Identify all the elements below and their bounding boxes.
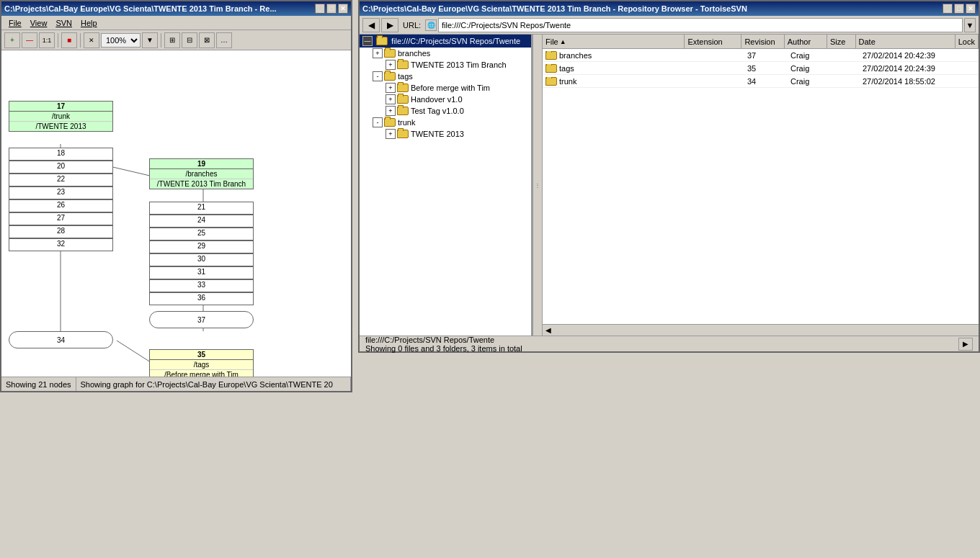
node-26[interactable]: 26: [9, 199, 113, 212]
menu-svn[interactable]: SVN: [51, 18, 76, 28]
node-18[interactable]: 18: [9, 148, 113, 161]
more-button[interactable]: …: [216, 32, 232, 48]
right-titlebar-controls: _ □ ✕: [943, 4, 976, 14]
file-panel: File ▲ Extension Revision Author Size Da…: [543, 35, 979, 336]
url-input[interactable]: [438, 18, 963, 32]
right-title: C:\Projects\Cal-Bay Europe\VG Scienta\TW…: [362, 4, 747, 13]
col-lock[interactable]: Lock: [956, 35, 979, 48]
col-revision[interactable]: Revision: [741, 35, 784, 48]
node-33[interactable]: 33: [149, 279, 254, 292]
cell-file-branches: branches: [543, 51, 687, 60]
before-merge-toggle[interactable]: +: [386, 83, 396, 93]
cell-date-branches: 27/02/2014 20:42:39: [860, 51, 961, 60]
col-size-label: Size: [830, 37, 845, 46]
diff-button[interactable]: ✕: [84, 32, 99, 48]
forward-button[interactable]: ▶: [381, 18, 398, 32]
col-author[interactable]: Author: [785, 35, 827, 48]
twente2013-label: TWENTE 2013: [411, 130, 464, 138]
node-36[interactable]: 36: [149, 292, 254, 305]
icon-btn2[interactable]: ⊟: [182, 32, 197, 48]
tree-item-tags[interactable]: - tags: [360, 71, 531, 82]
tree-root-minus[interactable]: —: [362, 36, 373, 46]
node-37-ellipse[interactable]: 37: [149, 311, 254, 328]
close-button[interactable]: ✕: [338, 4, 348, 14]
before-merge-label: Before merge with Tim: [411, 84, 490, 92]
cell-rev-trunk: 34: [744, 77, 788, 86]
tree-item-twente-tim[interactable]: + TWENTE 2013 Tim Branch: [360, 59, 531, 71]
add-button[interactable]: +: [4, 32, 20, 48]
node-34[interactable]: 34: [9, 331, 113, 348]
tree-item-branches[interactable]: + branches: [360, 48, 531, 59]
panel-divider[interactable]: ⋮: [533, 35, 543, 336]
node-27[interactable]: 27: [9, 212, 113, 225]
maximize-button[interactable]: □: [326, 4, 337, 14]
node-23[interactable]: 23: [9, 186, 113, 199]
node-35[interactable]: 35 /tags /Before merge with Tim: [149, 349, 254, 377]
menu-view[interactable]: View: [26, 18, 52, 28]
zoom-dropdown-btn[interactable]: ▼: [142, 32, 158, 48]
right-close-button[interactable]: ✕: [966, 4, 976, 14]
cell-date-trunk: 27/02/2014 18:55:02: [860, 77, 961, 86]
back-button[interactable]: ◀: [362, 18, 380, 32]
menu-file[interactable]: File: [4, 18, 26, 28]
col-date[interactable]: Date: [856, 35, 956, 48]
hscroll-bar: ◀: [543, 324, 979, 336]
right-minimize-button[interactable]: _: [943, 4, 953, 14]
node-19-branch: /TWENTE 2013 Tim Branch: [150, 179, 253, 189]
node-30[interactable]: 30: [149, 253, 254, 266]
col-extension-label: Extension: [687, 37, 722, 46]
node-19[interactable]: 19 /branches /TWENTE 2013 Tim Branch: [149, 158, 254, 189]
node-29[interactable]: 29: [149, 240, 254, 253]
scroll-left-arrow[interactable]: ◀: [543, 325, 554, 336]
node-25[interactable]: 25: [149, 228, 254, 240]
left-toolbar: + — 1:1 ■ ✕ 100% 75% 50% 150% ▼ ⊞ ⊟ ⊠ …: [1, 30, 351, 50]
node-32[interactable]: 32: [9, 238, 113, 251]
tree-item-handover[interactable]: + Handover v1.0: [360, 94, 531, 105]
node-22[interactable]: 22: [9, 174, 113, 186]
trunk-toggle[interactable]: -: [373, 117, 383, 127]
node-20[interactable]: 20: [9, 161, 113, 174]
node-17[interactable]: 17 /trunk /TWENTE 2013: [9, 101, 113, 132]
tree-item-trunk[interactable]: - trunk: [360, 117, 531, 128]
node-28[interactable]: 28: [9, 225, 113, 238]
minimize-button[interactable]: _: [315, 4, 325, 14]
right-maximize-button[interactable]: □: [954, 4, 964, 14]
col-file[interactable]: File ▲: [543, 35, 685, 48]
tags-toggle[interactable]: -: [373, 71, 383, 81]
node-17-label: 17: [9, 102, 112, 112]
node-35-label: 35: [150, 350, 253, 360]
twente-tim-toggle[interactable]: +: [386, 60, 396, 70]
col-size[interactable]: Size: [827, 35, 856, 48]
icon-btn3[interactable]: ⊠: [199, 32, 215, 48]
toolbar-sep2: [80, 33, 81, 48]
remove-button[interactable]: —: [22, 32, 37, 48]
twente2013-toggle[interactable]: +: [386, 129, 396, 139]
col-extension[interactable]: Extension: [685, 35, 741, 48]
branches-toggle[interactable]: +: [373, 48, 383, 58]
node-24[interactable]: 24: [149, 215, 254, 228]
tree-item-test-tag[interactable]: + Test Tag v1.0.0: [360, 105, 531, 117]
status-right-button[interactable]: ▶: [958, 338, 973, 351]
right-content: — file:///C:/Projects/SVN Repos/Twente +…: [360, 35, 979, 336]
menu-help[interactable]: Help: [76, 18, 102, 28]
stop-button[interactable]: ■: [61, 32, 77, 48]
table-row[interactable]: tags 35 Craig 27/02/2014 20:24:39: [543, 62, 979, 75]
zoom-select[interactable]: 100% 75% 50% 150%: [101, 33, 141, 48]
tree-root[interactable]: — file:///C:/Projects/SVN Repos/Twente: [360, 35, 531, 48]
test-tag-toggle[interactable]: +: [386, 106, 396, 116]
url-dropdown-button[interactable]: ▼: [964, 18, 976, 32]
cell-date-tags: 27/02/2014 20:24:39: [860, 64, 961, 73]
icon-btn1[interactable]: ⊞: [164, 32, 180, 48]
status-path: file:///C:/Projects/SVN Repos/Twente: [365, 336, 522, 344]
table-row[interactable]: trunk 34 Craig 27/02/2014 18:55:02: [543, 75, 979, 88]
trunk-folder-icon: [384, 118, 396, 127]
node-31[interactable]: 31: [149, 266, 254, 279]
tree-item-before-merge[interactable]: + Before merge with Tim: [360, 82, 531, 94]
oneto1-button[interactable]: 1:1: [39, 32, 55, 48]
file-list-header: File ▲ Extension Revision Author Size Da…: [543, 35, 979, 49]
twente-tim-folder-icon: [397, 60, 409, 69]
handover-toggle[interactable]: +: [386, 94, 396, 104]
tree-item-twente2013[interactable]: + TWENTE 2013: [360, 128, 531, 140]
table-row[interactable]: branches 37 Craig 27/02/2014 20:42:39: [543, 49, 979, 62]
node-21[interactable]: 21: [149, 202, 254, 215]
